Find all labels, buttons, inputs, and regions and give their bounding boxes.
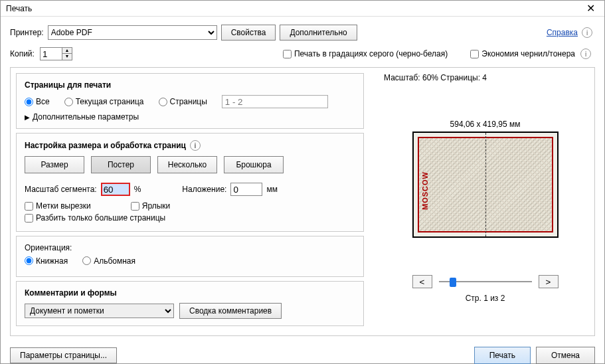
chevron-right-icon: ▶ bbox=[25, 114, 30, 121]
size-section: Настройка размера и обработка страниц i … bbox=[16, 133, 364, 232]
radio-portrait[interactable] bbox=[25, 256, 33, 265]
tab-poster[interactable]: Постер bbox=[91, 156, 151, 173]
copies-down[interactable]: ▼ bbox=[62, 54, 72, 60]
print-button[interactable]: Печать bbox=[474, 347, 531, 364]
overlap-input[interactable] bbox=[230, 183, 262, 196]
help-link[interactable]: Справка bbox=[547, 28, 578, 37]
size-section-title: Настройка размера и обработка страниц bbox=[25, 141, 186, 150]
advanced-button[interactable]: Дополнительно bbox=[280, 25, 357, 41]
copies-input[interactable] bbox=[40, 47, 62, 60]
radio-landscape[interactable] bbox=[82, 256, 91, 265]
tab-multiple[interactable]: Несколько bbox=[157, 156, 217, 173]
printer-label: Принтер: bbox=[10, 28, 44, 37]
next-page-button[interactable]: > bbox=[539, 275, 559, 288]
ink-label: Экономия чернил/тонера bbox=[481, 49, 575, 58]
copies-label: Копий: bbox=[10, 49, 35, 58]
preview-scale-text: Масштаб: 60% Страницы: 4 bbox=[384, 73, 586, 82]
more-params-toggle[interactable]: ▶ Дополнительные параметры bbox=[25, 112, 355, 122]
cancel-button[interactable]: Отмена bbox=[536, 347, 595, 364]
tab-size[interactable]: Размер bbox=[25, 156, 84, 173]
comments-title: Комментарии и формы bbox=[25, 288, 355, 298]
page-divider bbox=[485, 133, 486, 236]
preview-panel: Масштаб: 60% Страницы: 4 594,06 x 419,95… bbox=[376, 68, 594, 335]
comments-select[interactable]: Документ и пометки bbox=[25, 304, 174, 318]
overlap-label: Наложение: bbox=[182, 185, 226, 194]
print-dialog: Печать ✕ Принтер: Adobe PDF Свойства Доп… bbox=[0, 0, 605, 364]
titlebar: Печать ✕ bbox=[1, 1, 604, 17]
pages-range-input[interactable] bbox=[222, 95, 328, 108]
orientation-section: Ориентация: Книжная Альбомная bbox=[16, 236, 364, 277]
tab-brochure[interactable]: Брошюра bbox=[224, 156, 284, 173]
preview-dimensions: 594,06 x 419,95 мм bbox=[384, 120, 586, 129]
page-slider[interactable] bbox=[439, 276, 532, 288]
window-title: Печать bbox=[6, 4, 32, 13]
page-indicator: Стр. 1 из 2 bbox=[384, 294, 586, 303]
comments-summary-button[interactable]: Сводка комментариев bbox=[179, 303, 282, 319]
radio-all[interactable] bbox=[25, 98, 33, 106]
scale-label: Масштаб сегмента: bbox=[25, 185, 97, 194]
close-icon[interactable]: ✕ bbox=[582, 1, 599, 16]
preview-box: MOSCOW bbox=[412, 132, 559, 238]
page-setup-button[interactable]: Параметры страницы... bbox=[10, 347, 117, 363]
map-title: MOSCOW bbox=[421, 171, 429, 210]
prev-page-button[interactable]: < bbox=[412, 275, 432, 288]
pages-section: Страницы для печати Все Текущая страница… bbox=[16, 73, 364, 129]
labels-checkbox[interactable] bbox=[131, 202, 139, 211]
cutmarks-checkbox[interactable] bbox=[25, 202, 33, 211]
radio-current[interactable] bbox=[64, 98, 73, 106]
grayscale-checkbox[interactable] bbox=[283, 50, 292, 58]
scale-input[interactable] bbox=[101, 183, 130, 196]
info-icon[interactable]: i bbox=[580, 48, 591, 59]
printer-select[interactable]: Adobe PDF bbox=[48, 25, 217, 40]
properties-button[interactable]: Свойства bbox=[221, 25, 276, 41]
orientation-title: Ориентация: bbox=[25, 243, 355, 252]
radio-pages[interactable] bbox=[159, 98, 167, 106]
copies-up[interactable]: ▲ bbox=[62, 48, 72, 54]
pages-section-title: Страницы для печати bbox=[25, 80, 355, 90]
bigpages-checkbox[interactable] bbox=[25, 214, 33, 223]
grayscale-label: Печать в градациях серого (черно-белая) bbox=[294, 49, 448, 58]
comments-section: Комментарии и формы Документ и пометки С… bbox=[16, 281, 364, 326]
info-icon[interactable]: i bbox=[190, 140, 201, 151]
ink-checkbox[interactable] bbox=[470, 50, 479, 58]
info-icon[interactable]: i bbox=[582, 27, 592, 38]
